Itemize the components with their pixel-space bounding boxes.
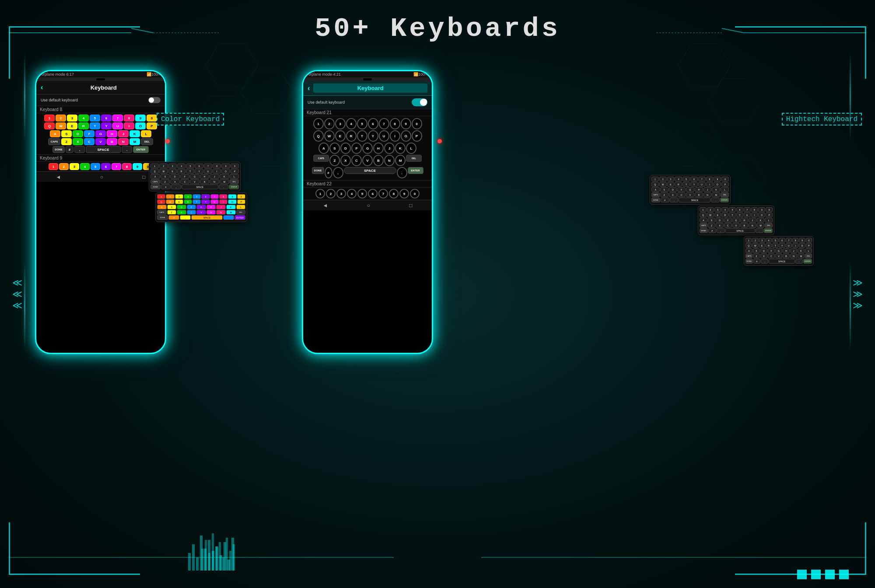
rd2-n[interactable]: N bbox=[749, 223, 756, 228]
key-p[interactable]: P bbox=[147, 122, 157, 129]
rd1-n[interactable]: N bbox=[704, 192, 712, 197]
fk-3[interactable]: 3 bbox=[168, 164, 177, 168]
key-f[interactable]: F bbox=[84, 130, 94, 137]
fk2-6[interactable]: 6 bbox=[201, 194, 210, 199]
kb22-key-0[interactable]: 0 bbox=[410, 189, 420, 198]
rd3-w[interactable]: W bbox=[752, 243, 758, 248]
kb9-key-7[interactable]: 7 bbox=[112, 163, 121, 170]
key-t[interactable]: T bbox=[90, 122, 100, 129]
rd3-done[interactable]: DONE bbox=[746, 259, 753, 264]
rd2-j[interactable]: J bbox=[749, 218, 756, 223]
key-b[interactable]: B bbox=[107, 138, 117, 145]
fk2-cm[interactable]: , bbox=[180, 215, 191, 220]
r-key-5[interactable]: 5 bbox=[357, 118, 368, 129]
rd1-b[interactable]: B bbox=[695, 192, 703, 197]
nav-recent[interactable]: □ bbox=[142, 174, 145, 180]
rd2-v[interactable]: V bbox=[732, 223, 740, 228]
rd2-h[interactable]: H bbox=[740, 218, 748, 223]
fk-k[interactable]: K bbox=[220, 174, 229, 179]
right-default-keyboard-toggle[interactable] bbox=[412, 98, 427, 106]
r-key-k[interactable]: K bbox=[395, 143, 406, 154]
fk-t[interactable]: T bbox=[186, 169, 194, 174]
rd1-j[interactable]: J bbox=[704, 187, 712, 192]
kb9-key-5[interactable]: 5 bbox=[91, 163, 100, 170]
key-h[interactable]: H bbox=[107, 130, 117, 137]
r-key-2[interactable]: 2 bbox=[324, 118, 335, 129]
fk2-k[interactable]: K bbox=[226, 205, 236, 209]
fk-r[interactable]: R bbox=[177, 169, 186, 174]
fk-g[interactable]: G bbox=[190, 174, 200, 179]
fk-cm[interactable]: , bbox=[171, 184, 181, 189]
rd3-s[interactable]: S bbox=[753, 248, 760, 253]
rd2-8[interactable]: 8 bbox=[751, 207, 758, 212]
rd3-n[interactable]: N bbox=[790, 254, 797, 258]
rd1-1[interactable]: 1 bbox=[651, 177, 659, 181]
fk-6[interactable]: 6 bbox=[195, 164, 203, 168]
key-s[interactable]: S bbox=[61, 130, 72, 137]
rd3-u[interactable]: U bbox=[786, 243, 792, 248]
rd2-0[interactable]: 0 bbox=[766, 207, 773, 212]
key-6[interactable]: 6 bbox=[101, 115, 112, 122]
fk-l[interactable]: L bbox=[230, 174, 239, 179]
r-key-p[interactable]: P bbox=[412, 130, 422, 142]
rd1-space[interactable]: SPACE bbox=[679, 198, 710, 202]
rd2-i[interactable]: I bbox=[751, 212, 758, 217]
kb22-key-7[interactable]: 7 bbox=[378, 189, 388, 198]
fk2-u[interactable]: U bbox=[210, 199, 219, 204]
fk-n[interactable]: N bbox=[210, 179, 219, 184]
kb22-key-1[interactable]: 1 bbox=[315, 189, 325, 198]
kb9-key-6[interactable]: 6 bbox=[101, 163, 111, 170]
key-1[interactable]: 1 bbox=[44, 115, 55, 122]
r-key-d[interactable]: D bbox=[340, 143, 351, 154]
key-hash[interactable]: # bbox=[66, 146, 74, 153]
rd2-z[interactable]: Z bbox=[708, 223, 716, 228]
key-4[interactable]: 4 bbox=[78, 115, 89, 122]
fk2-o[interactable]: O bbox=[228, 199, 236, 204]
rd3-8[interactable]: 8 bbox=[792, 238, 798, 243]
r-key-n[interactable]: N bbox=[384, 155, 395, 166]
rd1-per[interactable]: . bbox=[711, 198, 720, 202]
rd2-per[interactable]: . bbox=[756, 228, 764, 233]
fk2-p[interactable]: P bbox=[237, 199, 245, 204]
rd3-i[interactable]: I bbox=[792, 243, 798, 248]
rd1-done[interactable]: DONE bbox=[651, 198, 660, 202]
rd2-r[interactable]: R bbox=[721, 212, 728, 217]
dot-4[interactable] bbox=[839, 570, 849, 579]
fk-del[interactable]: DEL bbox=[230, 179, 239, 184]
rd2-o[interactable]: O bbox=[758, 212, 765, 217]
rd3-m[interactable]: M bbox=[798, 254, 805, 258]
rd1-w[interactable]: W bbox=[659, 182, 667, 187]
rd1-u[interactable]: U bbox=[698, 182, 706, 187]
key-m[interactable]: M bbox=[130, 138, 140, 145]
rd2-cm[interactable]: , bbox=[717, 228, 725, 233]
fk-b[interactable]: B bbox=[200, 179, 210, 184]
fk-o[interactable]: O bbox=[221, 169, 230, 174]
r-key-b[interactable]: B bbox=[373, 155, 384, 166]
dot-3[interactable] bbox=[825, 570, 835, 579]
rd3-x[interactable]: X bbox=[760, 254, 767, 258]
key-done[interactable]: DONE bbox=[52, 146, 65, 153]
fk-per[interactable]: . bbox=[219, 184, 229, 189]
rd1-q[interactable]: Q bbox=[651, 182, 659, 187]
rd2-y[interactable]: Y bbox=[736, 212, 743, 217]
fk2-h[interactable]: H bbox=[206, 205, 216, 209]
fk2-m[interactable]: M bbox=[226, 210, 236, 215]
rd1-r[interactable]: R bbox=[675, 182, 682, 187]
fk2-t[interactable]: T bbox=[192, 199, 201, 204]
rd1-t[interactable]: T bbox=[682, 182, 690, 187]
key-5[interactable]: 5 bbox=[90, 115, 100, 122]
fk-s[interactable]: S bbox=[161, 174, 170, 179]
r-key-t[interactable]: T bbox=[357, 130, 368, 142]
rd3-k[interactable]: K bbox=[798, 248, 805, 253]
key-d[interactable]: D bbox=[73, 130, 83, 137]
rd1-z[interactable]: Z bbox=[660, 192, 668, 197]
fk2-a[interactable]: A bbox=[157, 205, 167, 209]
rd3-6[interactable]: 6 bbox=[779, 238, 785, 243]
rd1-o[interactable]: O bbox=[714, 182, 721, 187]
key-8[interactable]: 8 bbox=[124, 115, 134, 122]
rd1-7[interactable]: 7 bbox=[698, 177, 706, 181]
rd3-r[interactable]: R bbox=[766, 243, 772, 248]
key-0[interactable]: 0 bbox=[147, 115, 157, 122]
rd1-del[interactable]: DEL bbox=[721, 192, 729, 197]
r-key-8[interactable]: 8 bbox=[390, 118, 400, 129]
